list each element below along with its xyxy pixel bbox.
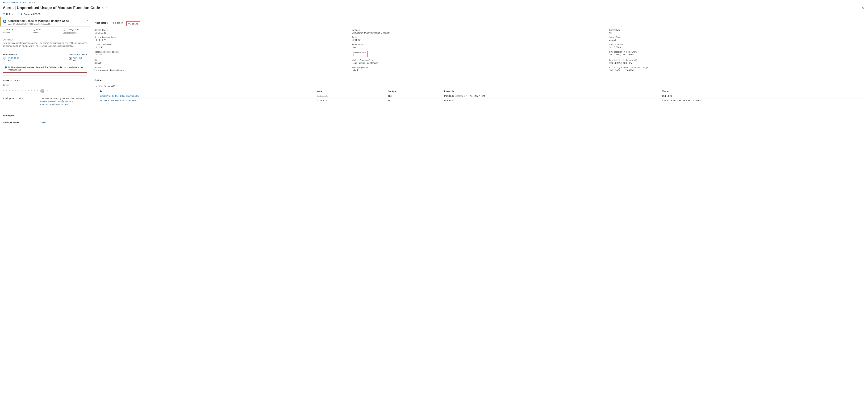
arrow-right-icon: → [43,58,45,61]
field-sensor: Sensor idoscapa-amitcohen-violations [94,66,349,71]
close-icon[interactable]: ✕ [861,5,865,11]
field-violation-count: ViolationCount 1 [352,51,368,57]
download-pcap-button[interactable]: Download PCAP [20,13,41,15]
entities-title: Entities [94,79,864,82]
tab-alert-details[interactable]: Alert details [94,20,108,26]
breadcrumb-sep: › [34,2,35,4]
entity-subtype: HMI [386,94,442,98]
entities-group-header[interactable]: ⌄ Devices (2) [94,84,864,89]
refresh-button[interactable]: Refresh [3,13,14,15]
mitre-tactic-dots [3,89,87,93]
svg-rect-7 [70,58,71,59]
detection-label: Last detection [63,32,75,34]
svg-rect-2 [4,22,5,22]
violations-note: Multiple violations have been detected. … [3,65,87,72]
field-site: Site default [94,59,349,64]
entity-subtype: PLC [386,98,442,103]
mitre-read-more-link[interactable]: read more on attack.mitre.org ↗ [40,103,70,106]
pin-icon[interactable] [102,7,104,9]
title-prefix: Alerts | [3,5,17,10]
command-bar: Refresh | Download PCAP [0,12,868,18]
info-icon[interactable]: ⓘ [75,32,77,34]
column-header-protocols[interactable]: Protocols [442,89,660,94]
new-status-icon [33,29,35,31]
refresh-icon [3,13,5,15]
main-content: Unpermitted Usage of Modbus Function Cod… [0,18,868,128]
description-label: Description [3,38,87,41]
entity-name: 10.10.10.22 [315,94,386,98]
svg-rect-1 [4,21,5,21]
right-panel: Alert details Take action Violations Sou… [90,18,868,128]
entity-vendor: DELL INC. [660,94,864,98]
entities-group-label: Devices (2) [104,85,115,87]
tab-violations[interactable]: Violations [126,21,140,26]
field-destination-address: Destination device address 10.11.50.1 [94,51,349,57]
mitre-active-tactic-icon[interactable] [40,89,44,93]
column-header-vendor[interactable]: Vendor [660,89,864,94]
column-header-subtype[interactable]: Subtype [386,89,442,94]
mitre-tactic-description: The adversary is trying to manipulate, d… [40,97,87,103]
shield-icon [5,66,7,69]
chevron-down-icon[interactable]: ⌄ [15,29,17,31]
field-is-learnable: isLearnable true [352,43,607,49]
breadcrumb: Home › Defender for IoT | Alerts › [0,0,868,4]
refresh-label: Refresh [6,13,14,15]
source-device-link[interactable]: 10.10.10.22 [8,57,20,59]
mitre-technique-link[interactable]: T0836 ↗ [40,121,49,124]
more-icon[interactable]: ··· [106,6,108,9]
field-source-device-address: Source device address 10.10.10.22 [94,36,349,41]
destination-device-label: Destination device [69,53,87,56]
source-device-block: Source device 10.10.10.22 HMI [3,53,20,61]
destination-device-type: PLC [73,59,84,61]
device-group-icon [99,85,102,87]
table-row[interactable]: 96730f5e-3cc1-41fd-aacc-f7edbcb57511 10.… [94,98,864,103]
breadcrumb-home[interactable]: Home [3,1,8,4]
tab-take-action[interactable]: Take action [111,20,123,26]
column-header-id[interactable]: ID [94,89,315,94]
mitre-techniques-label: Techniques [3,114,87,117]
field-last-detection: Last detection (in the network) 10/31/20… [609,59,864,64]
svg-rect-5 [3,57,6,59]
entity-id-link[interactable]: 96730f5e-3cc1-41fd-aacc-f7edbcb57511 [100,99,139,102]
chevron-down-icon[interactable]: ⌄ [42,29,43,31]
entity-vendor: ABB AUTOMATION PRODUCTS GMBH [660,98,864,103]
download-pcap-label: Download PCAP [24,13,41,15]
severity-cell: ▲ Medium ⌄ Severity [0,27,30,36]
clock-icon [63,29,65,31]
entity-protocols: MODBUS, Siemens S7, RPC, SNMP, ICMP [442,94,660,98]
severity-value: Medium [6,28,14,31]
table-row[interactable]: c6ac287f-e108-4b71-b807-a6ccf4c3ef8e 10.… [94,94,864,98]
status-value: New [36,28,41,31]
severity-label: Severity [3,32,27,34]
column-header-name[interactable]: Name [315,89,386,94]
chevron-down-icon[interactable]: ⌄ [95,85,97,87]
svg-point-3 [33,29,35,31]
mitre-title: MITRE ATT&CK® [3,80,87,82]
mitre-section: MITRE ATT&CK® Tactics Impair process con… [0,78,90,109]
plc-icon [69,57,72,60]
field-function-code: Modbus Function Code Read Holding Regist… [352,59,607,64]
destination-device-link[interactable]: 10.11.50.1 [73,57,84,59]
mitre-techniques: Techniques Modify parameter T0836 ↗ [0,114,90,128]
breadcrumb-defender[interactable]: Defender for IoT | Alerts [11,1,33,4]
entity-name: 10.11.50.1 [315,98,386,103]
status-cell: New ⌄ Status [30,27,60,36]
severity-icon: ▲ [3,28,5,31]
detection-cell: 11 days ago Last detection ⓘ [60,27,90,36]
entities-section: Entities ⌄ Devices (2) ID Name Subtype P… [94,76,864,103]
collapse-panel-icon[interactable]: « [87,19,88,22]
shield-alert-icon [3,20,6,23]
breadcrumb-sep: › [9,2,10,4]
description-block: Description New traffic parameters were … [0,36,90,51]
entity-id-link[interactable]: c6ac287f-e108-4b71-b807-a6ccf4c3ef8e [100,95,139,97]
hmi-icon [3,57,6,60]
download-icon [20,13,23,15]
field-last-activity: Last activity (manual or automated chang… [609,66,864,71]
field-destination-device: Destination device 10.11.50.1 [94,43,349,49]
device-row: Source device 10.10.10.22 HMI → Destinat… [0,51,90,63]
field-sensor-zone: SensorZone default [609,36,864,41]
violations-note-text: Multiple violations have been detected. … [8,66,85,71]
left-panel: Unpermitted Usage of Modbus Function Cod… [0,18,90,128]
destination-device-block: Destination device 10.11.50.1 PLC [69,53,87,61]
mitre-tactic-name: Impair process control [3,97,34,106]
